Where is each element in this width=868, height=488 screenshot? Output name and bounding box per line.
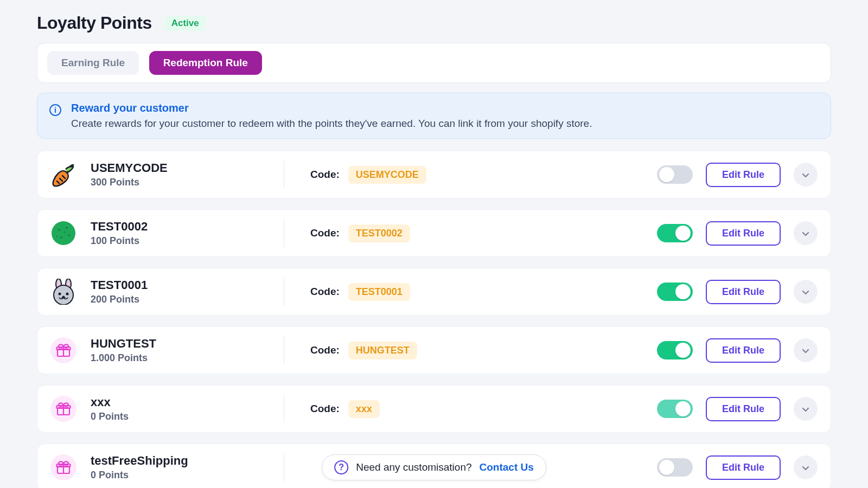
enable-toggle[interactable]	[657, 165, 693, 184]
svg-point-13	[66, 293, 69, 296]
rule-points: 300 Points	[91, 177, 168, 188]
rule-row: testFreeShipping 0 Points ? Need any cus…	[37, 444, 831, 488]
rule-icon	[50, 337, 76, 363]
rule-icon	[50, 279, 76, 305]
code-label: Code:	[310, 169, 340, 181]
divider	[284, 278, 284, 306]
tabs-bar: Earning Rule Redemption Rule	[37, 43, 831, 83]
rule-name: USEMYCODE	[91, 161, 168, 175]
rule-points: 100 Points	[91, 235, 148, 247]
expand-button[interactable]	[794, 221, 818, 245]
divider	[284, 219, 284, 247]
rule-icon	[50, 162, 76, 188]
contact-us-link[interactable]: Contact Us	[480, 461, 534, 473]
rule-name: xxx	[91, 395, 129, 409]
code-value: TEST0002	[348, 224, 410, 242]
rule-row: TEST0001 200 Points Code: TEST0001 Edit …	[37, 268, 831, 316]
page-title: Loyalty Points	[37, 13, 152, 33]
svg-point-4	[60, 236, 62, 239]
info-banner: i Reward your customer Create rewards fo…	[37, 93, 831, 139]
expand-button[interactable]	[794, 338, 818, 362]
edit-rule-button[interactable]: Edit Rule	[706, 455, 781, 480]
rule-row: xxx 0 Points Code: xxx Edit Rule	[37, 385, 831, 433]
rule-name: HUNGTEST	[91, 337, 156, 350]
info-text: Create rewards for your customer to rede…	[71, 118, 592, 130]
svg-point-3	[68, 234, 70, 236]
code-value: HUNGTEST	[348, 342, 417, 359]
edit-rule-button[interactable]: Edit Rule	[706, 221, 781, 246]
svg-point-5	[56, 235, 58, 237]
code-value: TEST0001	[348, 283, 410, 301]
rule-points: 1.000 Points	[91, 352, 156, 364]
info-icon: i	[49, 104, 61, 116]
rule-icon	[50, 454, 76, 480]
svg-point-1	[58, 229, 60, 231]
status-badge: Active	[165, 16, 206, 31]
rule-icon	[50, 396, 76, 422]
enable-toggle[interactable]	[657, 224, 693, 242]
edit-rule-button[interactable]: Edit Rule	[706, 280, 781, 304]
expand-button[interactable]	[794, 397, 818, 421]
svg-point-12	[59, 293, 61, 296]
svg-point-0	[52, 221, 75, 245]
enable-toggle[interactable]	[657, 458, 693, 477]
rule-name: testFreeShipping	[91, 454, 188, 467]
divider	[284, 160, 284, 189]
rule-name: TEST0001	[91, 278, 148, 292]
divider	[284, 395, 284, 423]
rule-row: TEST0002 100 Points Code: TEST0002 Edit …	[37, 209, 831, 257]
info-title: Reward your customer	[71, 102, 592, 114]
expand-button[interactable]	[794, 163, 818, 187]
svg-point-2	[66, 227, 68, 229]
rule-row: HUNGTEST 1.000 Points Code: HUNGTEST Edi…	[37, 326, 831, 374]
code-label: Code:	[310, 286, 340, 298]
rule-points: 0 Points	[91, 411, 129, 422]
code-label: Code:	[310, 227, 340, 239]
customisation-prompt: ? Need any customisation? Contact Us	[322, 454, 546, 480]
customisation-text: Need any customisation?	[356, 461, 471, 473]
enable-toggle[interactable]	[657, 341, 693, 359]
svg-point-6	[63, 231, 65, 233]
enable-toggle[interactable]	[657, 282, 693, 301]
divider	[284, 453, 284, 481]
edit-rule-button[interactable]: Edit Rule	[706, 163, 781, 187]
rule-points: 0 Points	[91, 470, 188, 481]
expand-button[interactable]	[794, 280, 818, 304]
edit-rule-button[interactable]: Edit Rule	[706, 397, 781, 421]
edit-rule-button[interactable]: Edit Rule	[706, 338, 781, 363]
rule-icon	[50, 220, 76, 246]
code-label: Code:	[310, 403, 340, 415]
code-label: Code:	[310, 344, 340, 356]
code-value: xxx	[348, 400, 380, 418]
enable-toggle[interactable]	[657, 400, 693, 418]
svg-point-11	[54, 285, 73, 305]
tab-earning-rule[interactable]: Earning Rule	[47, 51, 139, 75]
help-icon: ?	[334, 460, 348, 474]
divider	[284, 336, 284, 364]
rule-row: USEMYCODE 300 Points Code: USEMYCODE Edi…	[37, 151, 831, 198]
rule-name: TEST0002	[91, 220, 148, 233]
rule-points: 200 Points	[91, 294, 148, 305]
expand-button[interactable]	[794, 455, 818, 479]
tab-redemption-rule[interactable]: Redemption Rule	[149, 51, 262, 75]
code-value: USEMYCODE	[348, 166, 426, 184]
